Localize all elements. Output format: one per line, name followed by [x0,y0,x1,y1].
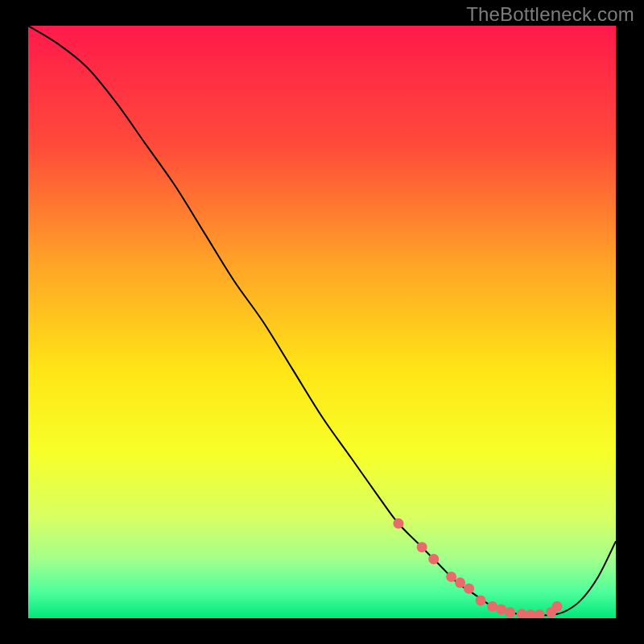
bottleneck-chart: TheBottleneck.com [0,0,644,644]
highlight-dot [476,595,486,605]
highlight-dot [464,584,474,594]
highlight-dot [417,542,427,552]
highlight-dot [393,518,403,529]
highlight-dot [552,601,563,612]
highlight-dot [505,607,515,617]
highlight-dot [446,572,456,582]
chart-gradient-bg [28,26,616,618]
watermark-text: TheBottleneck.com [466,3,634,26]
chart-canvas [0,0,644,644]
highlight-dot [428,554,439,564]
highlight-dot [455,577,465,588]
